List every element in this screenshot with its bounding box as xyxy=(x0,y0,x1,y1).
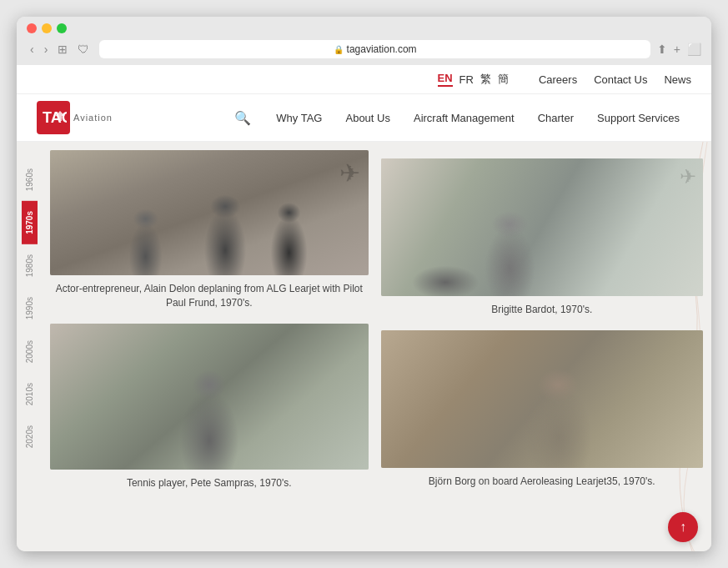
tennis-silhouette xyxy=(50,324,369,470)
photo-pete-sampras xyxy=(50,324,369,470)
gallery-img-alain-delon: ✈ xyxy=(50,150,369,275)
timeline-2010s[interactable]: 2010s xyxy=(22,373,38,415)
shield-icon: 🛡 xyxy=(74,41,93,58)
timeline-1970s[interactable]: 1970s xyxy=(22,201,38,244)
careers-link[interactable]: Careers xyxy=(539,73,577,86)
logo-text: Aviation xyxy=(73,113,113,123)
address-bar[interactable]: 🔒 tagaviation.com xyxy=(99,40,650,58)
nav-charter[interactable]: Charter xyxy=(526,98,585,138)
url-text: tagaviation.com xyxy=(347,43,417,55)
maximize-button[interactable] xyxy=(57,23,67,33)
browser-chrome: ‹ › ⊞ 🛡 🔒 tagaviation.com ⬆ + ⬜ xyxy=(17,17,711,65)
search-icon: 🔍 xyxy=(234,111,251,125)
nav-about-us[interactable]: About Us xyxy=(334,98,401,138)
top-bar: EN FR 繁 簡 Careers Contact Us News xyxy=(17,65,711,94)
news-link[interactable]: News xyxy=(664,73,691,86)
share-icon[interactable]: ⬆ xyxy=(657,43,667,56)
timeline-2000s[interactable]: 2000s xyxy=(22,330,38,373)
photo-alain-delon: ✈ xyxy=(50,150,369,275)
nav-why-tag[interactable]: Why TAG xyxy=(264,98,334,138)
website-content: EN FR 繁 簡 Careers Contact Us News TAG Av… xyxy=(17,65,711,551)
gallery-item-brigitte-bardot: ✈ Brigitte Bardot, 1970's. xyxy=(381,158,704,317)
traffic-lights xyxy=(27,23,701,33)
main-nav-links: Why TAG About Us Aircraft Management Cha… xyxy=(264,98,691,138)
cheetah-silhouette xyxy=(381,158,704,296)
gallery-img-bjorn-borg xyxy=(381,330,704,468)
borg-silhouette xyxy=(381,330,704,468)
timeline-1960s[interactable]: 1960s xyxy=(22,158,38,201)
chevron-up-icon: ↑ xyxy=(680,520,686,535)
plane-silhouette: ✈ xyxy=(339,158,360,188)
scroll-to-top-button[interactable]: ↑ xyxy=(668,512,698,542)
svg-text:TAG: TAG xyxy=(43,109,67,126)
back-button[interactable]: ‹ xyxy=(27,41,38,58)
photo-bjorn-borg xyxy=(381,330,704,468)
caption-brigitte-bardot: Brigitte Bardot, 1970's. xyxy=(381,303,704,317)
language-selector: EN FR 繁 簡 xyxy=(438,72,509,87)
gallery-right: ✈ Brigitte Bardot, 1970's. Björn Borg on xyxy=(377,142,712,551)
close-button[interactable] xyxy=(27,23,37,33)
gallery-item-bjorn-borg: Björn Borg on board Aeroleasing Learjet3… xyxy=(381,330,704,489)
browser-window: ‹ › ⊞ 🛡 🔒 tagaviation.com ⬆ + ⬜ EN FR 繁 xyxy=(17,17,711,551)
toolbar-actions: ⬆ + ⬜ xyxy=(657,43,701,56)
logo-icon[interactable]: TAG xyxy=(37,101,70,134)
people-silhouette xyxy=(50,150,369,275)
gallery-item-alain-delon: ✈ Actor-entrepreneur, Alain Delon deplan… xyxy=(50,150,369,310)
sidebar-toggle[interactable]: ⊞ xyxy=(58,43,68,56)
photo-brigitte-bardot: ✈ xyxy=(381,158,704,296)
gallery-item-pete-sampras: Tennis player, Pete Sampras, 1970's. xyxy=(50,324,369,490)
lang-fr[interactable]: FR xyxy=(459,73,474,86)
browser-toolbar: ‹ › ⊞ 🛡 🔒 tagaviation.com ⬆ + ⬜ xyxy=(27,40,701,65)
logo-svg: TAG xyxy=(40,104,67,131)
caption-alain-delon: Actor-entrepreneur, Alain Delon deplanin… xyxy=(50,282,369,310)
content-area: 1960s 1970s 1980s 1990s 2000s 2010s 2020… xyxy=(17,142,711,551)
lang-simplified[interactable]: 簡 xyxy=(498,72,509,87)
timeline-1980s[interactable]: 1980s xyxy=(22,244,38,287)
main-nav: TAG Aviation 🔍 Why TAG About Us Aircraft… xyxy=(17,94,711,142)
gallery-img-brigitte-bardot: ✈ xyxy=(381,158,704,296)
timeline-2020s[interactable]: 2020s xyxy=(22,415,38,458)
caption-bjorn-borg: Björn Borg on board Aeroleasing Learjet3… xyxy=(381,475,704,489)
new-tab-icon[interactable]: + xyxy=(674,43,680,56)
search-button[interactable]: 🔍 xyxy=(228,110,258,126)
plane-bg-right: ✈ xyxy=(680,165,696,188)
forward-button[interactable]: › xyxy=(41,41,52,58)
contact-link[interactable]: Contact Us xyxy=(594,73,647,86)
minimize-button[interactable] xyxy=(42,23,52,33)
timeline-1990s[interactable]: 1990s xyxy=(22,287,38,329)
nav-buttons: ‹ › xyxy=(27,41,51,58)
gallery-img-pete-sampras xyxy=(50,324,369,470)
lock-icon: 🔒 xyxy=(334,45,344,54)
gallery-main: ✈ Actor-entrepreneur, Alain Delon deplan… xyxy=(42,142,711,551)
lang-traditional[interactable]: 繁 xyxy=(480,72,491,87)
logo-area: TAG Aviation xyxy=(37,94,113,141)
nav-aircraft-management[interactable]: Aircraft Management xyxy=(402,98,526,138)
gallery-left: ✈ Actor-entrepreneur, Alain Delon deplan… xyxy=(42,142,377,551)
timeline-sidebar: 1960s 1970s 1980s 1990s 2000s 2010s 2020… xyxy=(17,142,42,551)
nav-support-services[interactable]: Support Services xyxy=(585,98,691,138)
caption-pete-sampras: Tennis player, Pete Sampras, 1970's. xyxy=(50,476,369,490)
tabs-icon[interactable]: ⬜ xyxy=(687,43,701,56)
lang-en[interactable]: EN xyxy=(438,72,453,87)
